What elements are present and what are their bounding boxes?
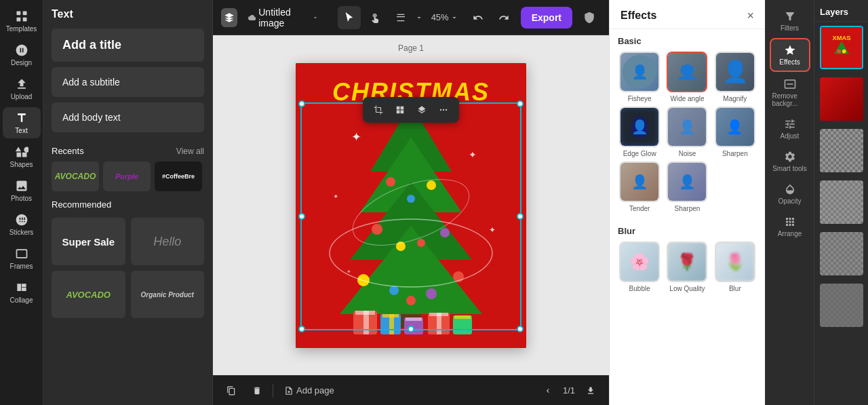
canvas[interactable]: CHRISTMAS [296,63,526,348]
redo-icon [498,12,509,23]
recent-item-coffee[interactable]: #CoffeeBre [155,161,202,191]
opacity-icon-btn[interactable]: Opacity [770,178,810,210]
add-title-button[interactable]: Add a title [52,28,204,62]
effect-blur[interactable]: 🌷 Blur [713,242,757,292]
filters-label: Filters [781,24,799,32]
recent-item-purple[interactable]: Purple [103,161,151,191]
blur-label: Blur [618,226,757,236]
effect-thumb-noise: 👤 [667,107,707,147]
effect-low-quality[interactable]: 🌹 Low Quality [665,242,709,292]
add-subtitle-button[interactable]: Add a subtitle [52,67,204,97]
filters-icon-btn[interactable]: Filters [770,5,810,37]
add-page-label: Add page [296,385,334,396]
smart-tools-icon-btn[interactable]: Smart tools [770,146,810,177]
cloud-icon [248,13,256,22]
view-all-link[interactable]: View all [176,147,204,156]
topbar: Untitled image 45% [213,0,609,35]
effect-thumb-bubble: 🌸 [619,242,660,282]
cursor-icon [344,12,355,23]
design-icon [15,43,28,57]
sidebar-item-shapes[interactable]: Shapes [3,141,41,172]
app-logo[interactable] [221,8,237,27]
effect-wide-angle[interactable]: 👤 Wide angle [665,52,709,102]
export-button[interactable]: Export [521,7,572,28]
rec-item-supersale[interactable]: Super Sale [52,218,125,265]
svg-rect-3 [22,18,26,22]
svg-point-46 [446,109,447,111]
copy-page-button[interactable] [221,383,241,398]
rec-item-hello[interactable]: Hello [131,218,205,265]
shield-button[interactable] [578,6,601,29]
rec-item-avocado2[interactable]: AVOCADO [52,271,125,318]
add-page-button[interactable]: Add page [279,383,340,398]
adjust-label: Adjust [781,132,800,140]
svg-point-45 [443,109,444,111]
rec-item-organic[interactable]: Organic Product [131,271,205,318]
svg-point-17 [417,239,425,247]
layer-thumb-4[interactable] [820,180,863,224]
grid-view-icon [395,105,405,115]
effect-thumb-fisheye: 👤 [619,52,660,92]
add-body-button[interactable]: Add body text [52,102,204,132]
effect-tender[interactable]: 👤 Tender [618,161,661,212]
sidebar-item-frames[interactable]: Frames [3,243,41,274]
recents-label: Recents [52,146,84,156]
smart-tools-label: Smart tools [772,165,807,172]
remove-bg-icon-btn[interactable]: Remove backgr... [770,73,810,112]
grid-icon [15,9,28,23]
text-icon [15,111,28,125]
adjust-icon-btn[interactable]: Adjust [770,113,810,144]
layer-thumb-1[interactable]: XMAS [820,26,863,69]
effect-magnify[interactable]: 👤 Magnify [713,52,757,102]
layer-thumb-2[interactable] [820,77,863,121]
sidebar-item-upload[interactable]: Upload [3,73,41,104]
effect-thumb-edge-glow: 👤 [619,107,660,147]
delete-page-button[interactable] [247,383,267,398]
document-name[interactable]: Untitled image [243,4,324,31]
grid-button[interactable] [390,100,410,120]
recommended-section-header: Recommended [52,199,204,210]
svg-point-14 [372,224,382,235]
select-tool-button[interactable] [338,6,361,29]
layer-thumb-6[interactable] [820,284,863,327]
sidebar-item-design[interactable]: Design [3,39,41,71]
layer-thumb-5[interactable] [820,232,863,275]
effect-sharpen1[interactable]: 👤 Sharpen [713,107,757,157]
arrange-icon-btn[interactable]: Arrange [770,211,810,242]
effect-sharpen2[interactable]: 👤 Sharpen [665,161,709,212]
trash-icon [252,386,262,396]
redo-button[interactable] [492,6,515,29]
sidebar-item-label: Templates [6,25,37,33]
effect-fisheye[interactable]: 👤 Fisheye [618,52,661,102]
layer-thumb-3[interactable] [820,129,863,172]
svg-point-51 [842,50,846,54]
svg-point-12 [427,180,436,190]
download-button[interactable] [580,383,601,398]
effect-bubble[interactable]: 🌸 Bubble [618,242,661,292]
close-effects-button[interactable]: × [747,9,754,22]
more-options-button[interactable] [433,100,454,120]
undo-button[interactable] [467,6,490,29]
zoom-button[interactable]: 45% [426,9,464,25]
effect-edge-glow[interactable]: 👤 Edge Glow [618,107,661,157]
effects-icon-btn[interactable]: Effects [770,38,810,72]
sidebar-item-photos[interactable]: Photos [3,175,41,206]
recent-item-avocado[interactable]: AVOCADO [52,161,99,191]
prev-page-button[interactable] [538,384,557,398]
layers-button[interactable] [412,100,432,120]
shield-icon [583,12,595,24]
recents-row: AVOCADO Purple #CoffeeBre › [52,161,204,191]
sidebar-item-label: Photos [11,195,32,202]
pan-tool-button[interactable] [363,6,387,29]
sidebar-item-stickers[interactable]: Stickers [3,209,41,240]
layers-icon [417,105,427,115]
sidebar-item-collage[interactable]: Collage [3,277,41,308]
sidebar-item-text[interactable]: Text [3,107,41,138]
undo-icon [473,12,484,23]
sidebar-item-templates[interactable]: Templates [3,5,41,37]
crop-button[interactable] [368,100,389,120]
frames-icon [15,247,28,261]
smart-tools-svg-icon [784,151,796,163]
frame-tool-button[interactable] [389,6,412,29]
effect-noise[interactable]: 👤 Noise [665,107,709,157]
